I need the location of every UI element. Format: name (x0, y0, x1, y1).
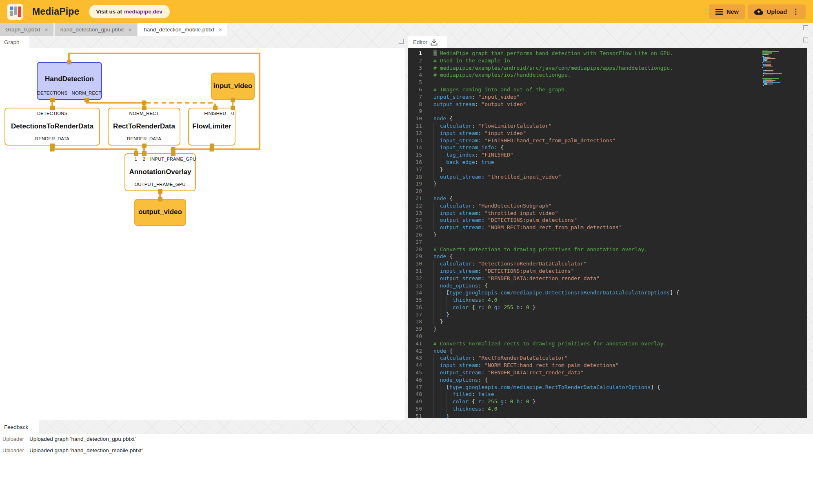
code-line[interactable]: 29node { (408, 253, 807, 260)
code-line[interactable]: 20 (408, 188, 807, 195)
code-line[interactable]: 49color { r: 255 g: 0 b: 0 } (408, 398, 807, 405)
code-line[interactable]: 42node { (408, 347, 807, 355)
editor-panel-tab[interactable]: Editor (408, 36, 447, 48)
port[interactable] (50, 144, 55, 148)
feedback-panel-tab[interactable]: Feedback (0, 420, 39, 434)
code-line[interactable]: 50thickness: 4.0 (408, 405, 807, 413)
line-content (428, 108, 433, 115)
code-line[interactable]: 37} (408, 311, 807, 318)
code-line[interactable]: 2# Used in the example in (408, 57, 807, 64)
code-line[interactable]: 47[type.googleapis.com/mediapipe.RectToR… (408, 384, 807, 391)
code-line[interactable]: 28# Converts detections to drawing primi… (408, 246, 807, 253)
code-line[interactable]: 51} (408, 413, 807, 418)
code-line[interactable]: 27 (408, 239, 807, 246)
code-line[interactable]: 13input_stream: "FINISHED:hand_rect_from… (408, 137, 807, 144)
code-line[interactable]: 24output_stream: "DETECTIONS:palm_detect… (408, 217, 807, 224)
close-tab-icon[interactable]: × (219, 27, 222, 33)
code-line[interactable]: 18output_stream: "throttled_input_video" (408, 173, 807, 181)
code-line[interactable]: 44input_stream: "NORM_RECT:hand_rect_fro… (408, 362, 807, 369)
port[interactable] (142, 144, 147, 148)
port[interactable] (84, 98, 89, 102)
port[interactable] (142, 151, 147, 156)
code-line[interactable]: 15tag_index: "FINISHED" (408, 151, 807, 159)
port[interactable] (231, 98, 235, 102)
port[interactable] (50, 106, 55, 110)
upload-menu-icon[interactable]: ⋮ (792, 8, 799, 15)
code-line[interactable]: 17} (408, 166, 807, 173)
code-line[interactable]: 10node { (408, 115, 807, 122)
code-line[interactable]: 25output_stream: "NORM_RECT:hand_rect_fr… (408, 224, 807, 231)
code-line[interactable]: 6# Images coming into and out of the gra… (408, 86, 807, 93)
code-line[interactable]: 45output_stream: "RENDER_DATA:rect_rende… (408, 369, 807, 376)
code-line[interactable]: 19} (408, 180, 807, 188)
code-line[interactable]: 33node_options: { (408, 282, 807, 290)
port[interactable] (171, 151, 175, 156)
code-line[interactable]: 3# mediapipie/examples/android/src/java/… (408, 64, 807, 72)
mediapipe-dev-link[interactable]: mediapipe.dev (124, 9, 162, 15)
code-line[interactable]: 40 (408, 333, 807, 340)
graph-panel-tab[interactable]: Graph (0, 36, 29, 48)
line-number: 21 (408, 195, 428, 202)
upload-button[interactable]: Upload ⋮ (748, 4, 806, 19)
code-line[interactable]: 11calculator: "FlowLimiterCalculator" (408, 122, 807, 130)
code-line[interactable]: 7input_stream: "input_video" (408, 93, 807, 101)
code-editor[interactable]: 1# MediaPipe graph that performs hand de… (408, 48, 807, 418)
maximize-editor-icon[interactable] (803, 38, 808, 42)
code-line[interactable]: 39} (408, 325, 807, 333)
minimap-seg (772, 84, 773, 84)
code-line[interactable]: 36color { r: 0 g: 255 b: 0 } (408, 304, 807, 311)
line-number: 43 (408, 354, 428, 362)
port[interactable] (142, 106, 147, 110)
line-number: 26 (408, 231, 428, 239)
graph-canvas[interactable]: HandDetectionDETECTIONSNORM_RECTinput_vi… (0, 48, 405, 420)
code-line[interactable]: 38} (408, 318, 807, 325)
code-line[interactable]: 30calculator: "DetectionsToRenderDataCal… (408, 260, 807, 267)
port[interactable] (158, 197, 162, 201)
file-tab-Graph_0.pbtxt[interactable]: Graph_0.pbtxt× (0, 23, 53, 36)
code-line[interactable]: 12input_stream: "input_video" (408, 130, 807, 137)
line-content: color { r: 255 g: 0 b: 0 } (428, 398, 535, 405)
code-line[interactable]: 46node_options: { (408, 376, 807, 384)
code-line[interactable]: 9 (408, 108, 807, 115)
indent-guide (446, 405, 453, 413)
code-lines[interactable]: 1# MediaPipe graph that performs hand de… (408, 48, 807, 418)
new-button[interactable]: New (709, 4, 745, 19)
port[interactable] (134, 151, 138, 156)
port[interactable] (50, 98, 55, 102)
code-line[interactable]: 23input_stream: "throttled_input_video" (408, 210, 807, 217)
code-line[interactable]: 41# Converts normalized rects to drawing… (408, 340, 807, 347)
code-line[interactable]: 16back_edge: true (408, 159, 807, 166)
code-line[interactable]: 34[type.googleapis.com/mediapipe.Detecti… (408, 289, 807, 296)
code-line[interactable]: 8output_stream: "output_video" (408, 101, 807, 108)
code-line[interactable]: 5 (408, 79, 807, 86)
code-line[interactable]: 26} (408, 231, 807, 239)
editor-minimap[interactable] (762, 50, 782, 86)
code-line[interactable]: 31input_stream: "DETECTIONS:palm_detecti… (408, 267, 807, 275)
close-tab-icon[interactable]: × (128, 27, 131, 33)
port[interactable] (231, 106, 235, 110)
indent-guide (433, 391, 440, 398)
code-line[interactable]: 48filled: false (408, 391, 807, 398)
port[interactable] (67, 60, 71, 64)
file-tab-hand_detection_mobile.pbtxt[interactable]: hand_detection_mobile.pbtxt× (138, 23, 227, 36)
line-content: input_stream: "input_video" (428, 93, 520, 101)
maximize-graph-icon[interactable] (399, 39, 404, 44)
code-line[interactable]: 32output_stream: "RENDER_DATA:detection_… (408, 275, 807, 282)
port[interactable] (210, 144, 214, 148)
code-line[interactable]: 4# mediapipie/examples/ios/handdetection… (408, 71, 807, 79)
line-number: 6 (408, 86, 428, 93)
code-line[interactable]: 1# MediaPipe graph that performs hand de… (408, 50, 807, 57)
file-tab-hand_detection_gpu.pbtxt[interactable]: hand_detection_gpu.pbtxt× (55, 23, 137, 36)
code-line[interactable]: 35thickness: 4.0 (408, 296, 807, 304)
code-line[interactable]: 43calculator: "RectToRenderDataCalculato… (408, 354, 807, 362)
port[interactable] (158, 189, 162, 194)
close-tab-icon[interactable]: × (45, 27, 48, 33)
port[interactable] (213, 106, 218, 110)
indent-guide (440, 413, 446, 418)
download-icon[interactable] (431, 39, 438, 46)
code-line[interactable]: 21node { (408, 195, 807, 202)
code-line[interactable]: 14input_stream_info: { (408, 144, 807, 151)
maximize-top-icon[interactable] (803, 25, 808, 30)
indent-guide (440, 159, 446, 166)
code-line[interactable]: 22calculator: "HandDetectionSubgraph" (408, 202, 807, 210)
